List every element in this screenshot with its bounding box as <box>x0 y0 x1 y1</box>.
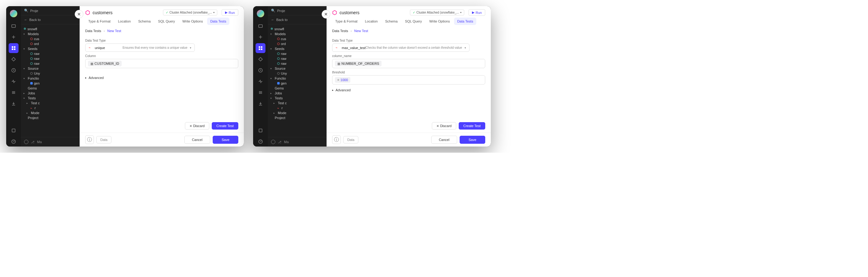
test-r[interactable]: ⌁r <box>268 105 326 110</box>
seed-raw1[interactable]: raw <box>268 51 326 56</box>
advanced-toggle[interactable]: ▸Advanced <box>80 72 244 83</box>
tests-folder[interactable]: ▾Tests <box>268 96 326 101</box>
tab-write-options[interactable]: Write Options <box>179 18 206 25</box>
func-gen[interactable]: gen <box>21 81 79 86</box>
plus-icon[interactable] <box>9 32 19 42</box>
func-gen[interactable]: gen <box>268 81 326 86</box>
pulse-icon[interactable] <box>9 76 19 86</box>
cluster-selector[interactable]: ✓Cluster Attached (snowflake_...▾ <box>163 9 217 15</box>
stack-icon[interactable] <box>9 88 19 98</box>
box-icon[interactable] <box>256 126 266 135</box>
seeds-folder[interactable]: ▾Seeds <box>268 46 326 51</box>
threshold-input[interactable]: =1000 <box>332 75 485 84</box>
folder-icon[interactable] <box>256 21 266 31</box>
save-button[interactable]: Save <box>460 136 485 144</box>
grid-icon[interactable] <box>256 43 266 53</box>
sources-folder[interactable]: ▾Source <box>21 66 79 71</box>
project-item[interactable]: Project <box>21 115 79 120</box>
info-button[interactable]: ⓘ <box>85 135 94 144</box>
seed-raw2[interactable]: raw <box>21 56 79 61</box>
snowflake-item[interactable]: ❄snowfl <box>21 26 79 31</box>
clock-icon[interactable] <box>9 65 19 75</box>
test-c[interactable]: ▸Test c <box>21 101 79 105</box>
model-cus[interactable]: cus <box>268 36 326 41</box>
source-uny[interactable]: Uny <box>21 71 79 76</box>
search-icon[interactable]: 🔍 <box>24 9 28 13</box>
model-cus[interactable]: cus <box>21 36 79 41</box>
seed-raw3[interactable]: raw <box>268 61 326 66</box>
create-test-button[interactable]: Create Test <box>212 122 238 130</box>
back-button[interactable]: ←Back to <box>268 15 326 24</box>
gems-folder[interactable]: Gems <box>268 86 326 91</box>
save-button[interactable]: Save <box>213 136 238 144</box>
functions-folder[interactable]: ▾Functio <box>21 76 79 81</box>
data-button[interactable]: Data <box>96 136 112 143</box>
more-icon[interactable]: ⋯ <box>258 139 263 143</box>
info-button[interactable]: ⓘ <box>332 135 341 144</box>
cancel-button[interactable]: Cancel <box>431 136 457 144</box>
tab-data-tests[interactable]: Data Tests <box>454 18 476 25</box>
project-item[interactable]: Project <box>268 115 326 120</box>
tab-sql-query[interactable]: SQL Query <box>155 18 178 25</box>
test-type-select[interactable]: ⌁max_value_testChecks that the column va… <box>332 43 469 52</box>
run-button[interactable]: ▶Run <box>469 9 485 16</box>
close-button[interactable]: ✕ <box>75 10 83 19</box>
model-tests[interactable]: ▸Mode <box>268 110 326 115</box>
download-icon[interactable] <box>9 99 19 109</box>
download-icon[interactable] <box>256 99 266 109</box>
tab-location[interactable]: Location <box>115 18 134 25</box>
bc-data-tests[interactable]: Data Tests <box>332 29 348 33</box>
discard-button[interactable]: ✕Discard <box>432 122 456 130</box>
seeds-folder[interactable]: ▾Seeds <box>21 46 79 51</box>
tab-type-format[interactable]: Type & Format <box>85 18 114 25</box>
discard-button[interactable]: ✕Discard <box>185 122 209 130</box>
plus-icon[interactable] <box>256 32 266 42</box>
model-ord[interactable]: ord <box>21 41 79 46</box>
jobs-folder[interactable]: ▸Jobs <box>21 91 79 96</box>
model-ord[interactable]: ord <box>268 41 326 46</box>
tab-schema[interactable]: Schema <box>382 18 401 25</box>
close-button[interactable]: ✕ <box>322 10 330 19</box>
source-uny[interactable]: Uny <box>268 71 326 76</box>
gems-folder[interactable]: Gems <box>21 86 79 91</box>
tab-location[interactable]: Location <box>362 18 381 25</box>
tab-schema[interactable]: Schema <box>135 18 154 25</box>
diamond-icon[interactable] <box>9 54 19 64</box>
tab-type-format[interactable]: Type & Format <box>332 18 361 25</box>
grid-icon[interactable] <box>9 43 19 53</box>
test-r[interactable]: ⌁r <box>21 105 79 110</box>
tab-write-options[interactable]: Write Options <box>426 18 453 25</box>
functions-folder[interactable]: ▾Functio <box>268 76 326 81</box>
column-input[interactable]: ▦CUSTOMER_ID <box>85 59 238 68</box>
snowflake-item[interactable]: ❄snowfl <box>268 26 326 31</box>
column-input[interactable]: ▦NUMBER_OF_ORDERS <box>332 59 485 68</box>
model-tests[interactable]: ▸Mode <box>21 110 79 115</box>
folder-icon[interactable] <box>9 21 19 31</box>
run-button[interactable]: ▶Run <box>222 9 238 16</box>
tab-sql-query[interactable]: SQL Query <box>402 18 425 25</box>
pulse-icon[interactable] <box>256 76 266 86</box>
tests-folder[interactable]: ▾Tests <box>21 96 79 101</box>
test-type-select[interactable]: ⌁uniqueEnsures that every row contains a… <box>85 43 195 52</box>
cancel-button[interactable]: Cancel <box>184 136 210 144</box>
seed-raw1[interactable]: raw <box>21 51 79 56</box>
create-test-button[interactable]: Create Test <box>459 122 485 130</box>
bc-data-tests[interactable]: Data Tests <box>85 29 101 33</box>
seed-raw3[interactable]: raw <box>21 61 79 66</box>
advanced-toggle[interactable]: ▸Advanced <box>327 84 491 96</box>
search-icon[interactable]: 🔍 <box>271 9 275 13</box>
models-folder[interactable]: ▾Models <box>21 31 79 36</box>
back-button[interactable]: ←Back to <box>21 15 79 24</box>
seed-raw2[interactable]: raw <box>268 56 326 61</box>
models-folder[interactable]: ▾Models <box>268 31 326 36</box>
clock-icon[interactable] <box>256 65 266 75</box>
data-button[interactable]: Data <box>343 136 359 143</box>
stack-icon[interactable] <box>256 88 266 98</box>
sources-folder[interactable]: ▾Source <box>268 66 326 71</box>
jobs-folder[interactable]: ▸Jobs <box>268 91 326 96</box>
more-icon[interactable]: ⋯ <box>11 139 16 143</box>
diamond-icon[interactable] <box>256 54 266 64</box>
test-c[interactable]: ▸Test c <box>268 101 326 105</box>
cluster-selector[interactable]: ✓Cluster Attached (snowflake_...▾ <box>410 9 464 15</box>
tab-data-tests[interactable]: Data Tests <box>207 18 229 25</box>
